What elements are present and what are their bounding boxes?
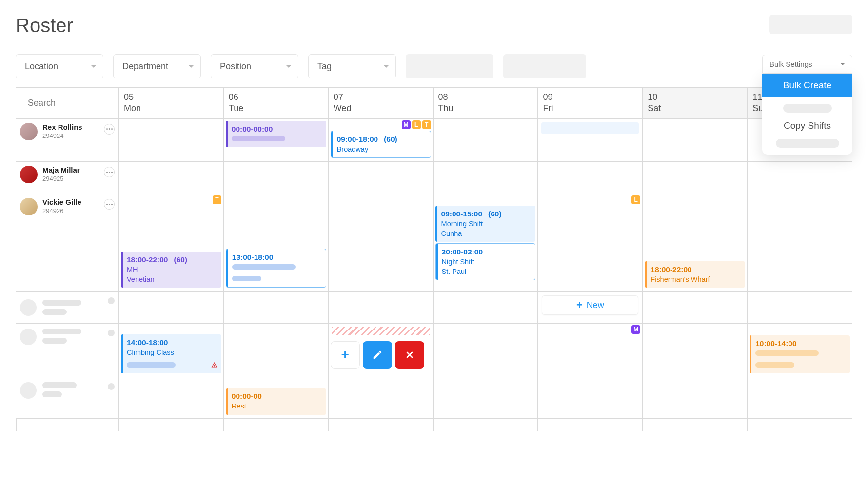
cell[interactable]: M (537, 324, 642, 377)
cell[interactable]: 00:00-00 Rest (223, 377, 328, 418)
employee-menu-button[interactable] (104, 167, 115, 177)
employee-menu-button[interactable] (104, 124, 115, 135)
shift-line2: St. Paul (442, 267, 532, 277)
cell[interactable] (747, 377, 852, 418)
cell[interactable] (328, 162, 433, 194)
cell[interactable] (433, 162, 538, 194)
cell[interactable] (747, 292, 852, 324)
day-header-fri: 09Fri (537, 88, 642, 119)
page-title: Roster (16, 15, 73, 37)
shift-card[interactable]: 13:00-18:00 (226, 249, 326, 288)
new-shift-button[interactable]: + New (542, 295, 638, 315)
menu-placeholder (776, 139, 839, 148)
cell[interactable] (433, 377, 538, 418)
cell[interactable] (223, 292, 328, 324)
cell-with-actions[interactable]: + (328, 324, 433, 377)
employee-row-vickie[interactable]: Vickie Gille 294926 (16, 194, 118, 292)
employee-row-placeholder[interactable] (16, 324, 118, 377)
cell[interactable]: 00:00-00:00 (223, 119, 328, 162)
cell[interactable] (537, 119, 642, 162)
ghost-shift (541, 122, 639, 134)
shift-card[interactable]: 20:00-02:00 Night Shift St. Paul (435, 243, 536, 280)
cell[interactable] (642, 324, 747, 377)
cell[interactable] (747, 162, 852, 194)
cell[interactable]: T 18:00-22:00(60) MH Venetian (118, 194, 223, 292)
placeholder-line (755, 362, 794, 368)
employee-row-placeholder[interactable] (16, 377, 118, 418)
cell[interactable] (118, 119, 223, 162)
shift-time: 00:00-00 (232, 391, 322, 402)
cell[interactable]: 14:00-18:00 Climbing Class (118, 324, 223, 377)
shift-card[interactable]: 09:00-18:00(60) Broadway (331, 131, 431, 158)
cell[interactable]: 09:00-15:00(60) Morning Shift Cunha 20:0… (433, 194, 538, 292)
cell[interactable]: 13:00-18:00 (223, 194, 328, 292)
filter-department[interactable]: Department (113, 54, 201, 78)
avatar (20, 198, 38, 215)
cell[interactable] (223, 162, 328, 194)
shift-time: 09:00-18:00 (337, 135, 378, 143)
cell[interactable] (537, 162, 642, 194)
edit-shift-button[interactable] (363, 341, 392, 369)
cell[interactable] (747, 194, 852, 292)
shift-time: 18:00-22:00 (127, 255, 168, 264)
filter-position[interactable]: Position (211, 54, 298, 78)
shift-card[interactable]: 14:00-18:00 Climbing Class (121, 334, 221, 373)
cell[interactable] (328, 377, 433, 418)
delete-shift-button[interactable] (395, 341, 424, 369)
shift-card[interactable]: 10:00-14:00 (750, 335, 850, 373)
cell[interactable]: + New (537, 292, 642, 324)
cell[interactable] (642, 292, 747, 324)
shift-card[interactable]: 18:00-22:00 Fisherman's Wharf (645, 261, 745, 288)
shift-card[interactable]: 18:00-22:00(60) MH Venetian (121, 252, 221, 288)
filter-tag[interactable]: Tag (308, 54, 396, 78)
placeholder-line (232, 136, 285, 141)
cell[interactable] (328, 194, 433, 292)
cell[interactable] (118, 377, 223, 418)
filter-location[interactable]: Location (16, 54, 103, 78)
caret-down-icon (840, 63, 845, 65)
cell[interactable] (328, 292, 433, 324)
cell[interactable]: 18:00-22:00 Fisherman's Wharf (642, 194, 747, 292)
alert-icon (211, 361, 217, 371)
avatar-placeholder (20, 382, 37, 399)
cell[interactable] (433, 119, 538, 162)
cell[interactable] (433, 324, 538, 377)
caret-down-icon (91, 65, 96, 68)
cell[interactable] (433, 292, 538, 324)
bulk-settings-button[interactable]: Bulk Settings (762, 55, 852, 74)
cell[interactable]: M L T 09:00-18:00(60) Broadway (328, 119, 433, 162)
bulk-copy-item[interactable]: Copy Shifts (762, 113, 852, 139)
bulk-settings-menu: Bulk Create Copy Shifts (762, 74, 852, 155)
close-icon (405, 350, 414, 360)
employee-row-placeholder[interactable] (16, 292, 118, 324)
dot-icon (108, 330, 115, 336)
shift-duration: (60) (384, 135, 397, 143)
employee-menu-button[interactable] (104, 199, 115, 210)
filter-tag-label: Tag (317, 61, 332, 72)
bulk-create-item[interactable]: Bulk Create (762, 74, 852, 97)
cell[interactable]: L (537, 194, 642, 292)
cell[interactable] (642, 162, 747, 194)
cell[interactable] (642, 377, 747, 418)
shift-line1: Climbing Class (127, 348, 217, 358)
plus-icon: + (576, 299, 583, 311)
search-cell[interactable] (16, 88, 118, 119)
employee-id: 294925 (42, 175, 80, 182)
tag-row: M L T (402, 120, 431, 129)
cell[interactable] (118, 292, 223, 324)
employee-row-maja[interactable]: Maja Millar 294925 (16, 162, 118, 194)
cell[interactable] (642, 119, 747, 162)
roster-grid: 05Mon 06Tue 07Wed 08Thu 09Fri 10Sat 11Su… (16, 87, 852, 431)
cell[interactable] (537, 377, 642, 418)
employee-row-rex[interactable]: Rex Rollins 294924 (16, 119, 118, 162)
cell[interactable] (118, 162, 223, 194)
shift-card[interactable]: 09:00-15:00(60) Morning Shift Cunha (435, 206, 536, 242)
add-shift-button[interactable]: + (331, 341, 360, 369)
cell[interactable] (223, 324, 328, 377)
placeholder-line (232, 276, 261, 281)
caret-down-icon (286, 65, 291, 68)
cell[interactable]: 10:00-14:00 (747, 324, 852, 377)
shift-card[interactable]: 00:00-00:00 (226, 121, 326, 147)
filter-department-label: Department (122, 61, 168, 72)
shift-card[interactable]: 00:00-00 Rest (226, 388, 326, 414)
